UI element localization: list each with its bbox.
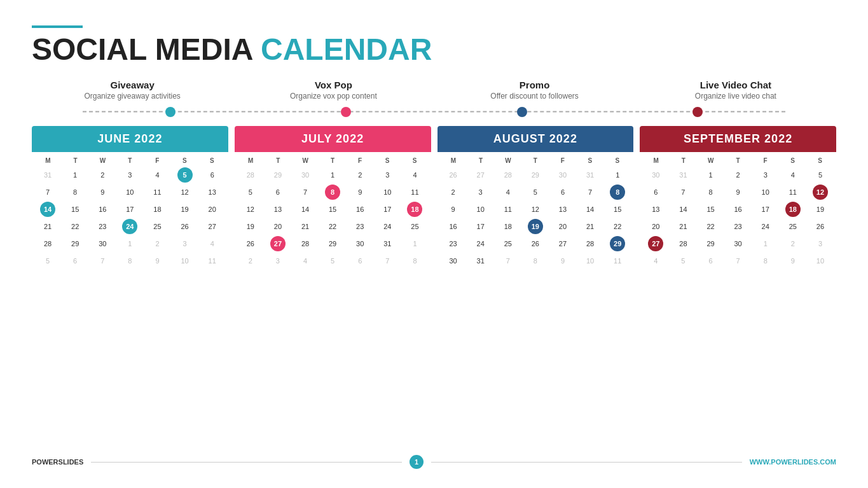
cal-weekday-label: F	[347, 156, 374, 165]
cal-day: 3	[478, 184, 484, 200]
cal-day: 31	[382, 235, 392, 252]
cal-day: 25	[410, 218, 420, 235]
day-wrapper: 29	[319, 235, 346, 252]
cal-day: 25	[788, 218, 798, 235]
day-wrapper: 20	[265, 218, 291, 235]
cal-day: 8	[707, 184, 713, 200]
cal-day: 2	[247, 253, 254, 269]
day-wrapper: 8	[522, 253, 549, 269]
day-wrapper: 30	[549, 167, 576, 183]
day-wrapper: 16	[347, 201, 373, 218]
cal-day: 27	[207, 218, 217, 235]
day-wrapper: 7	[34, 184, 61, 200]
cal-day: 2	[450, 184, 456, 200]
cal-days-september-2022: 3031123456789101112131415161718192021222…	[642, 167, 834, 269]
cal-weekday-label: T	[670, 156, 697, 165]
day-wrapper: 17	[752, 201, 779, 218]
day-wrapper: 7	[292, 184, 319, 200]
day-wrapper: 1	[319, 167, 346, 183]
cal-day: 23	[733, 218, 743, 235]
cal-day: 21	[43, 218, 53, 235]
footer: POWERSLIDES 1 WWW.POWERLIDES.COM	[32, 450, 836, 469]
day-wrapper: 28	[670, 235, 696, 252]
day-wrapper: 13	[549, 201, 576, 218]
timeline-dot-giveaway	[165, 107, 176, 117]
cal-day: 20	[651, 218, 661, 235]
cal-day: 22	[705, 218, 715, 235]
day-wrapper: 13	[199, 184, 226, 200]
cal-day: 12	[245, 201, 256, 218]
day-wrapper: 4	[495, 184, 521, 200]
day-wrapper: 7	[577, 184, 603, 200]
category-title-live-video: Live Video Chat	[635, 80, 836, 90]
day-wrapper: 24	[752, 218, 779, 235]
day-wrapper: 3	[374, 167, 401, 183]
cal-day: 28	[678, 235, 688, 252]
day-wrapper: 19	[237, 218, 264, 235]
day-wrapper: 12	[172, 184, 198, 200]
day-wrapper: 24	[374, 218, 401, 235]
day-wrapper: 3	[265, 253, 291, 269]
day-wrapper: 14	[670, 201, 696, 218]
cal-weekday-label: T	[265, 156, 292, 165]
cal-day: 27	[270, 236, 286, 251]
day-wrapper: 28	[237, 167, 264, 183]
day-wrapper: 1	[62, 167, 88, 183]
cal-weekday-label: T	[467, 156, 494, 165]
cal-day: 15	[612, 201, 623, 218]
day-wrapper: 19	[522, 218, 549, 235]
cal-day: 8	[610, 185, 625, 200]
cal-day: 17	[125, 201, 135, 218]
day-wrapper: 5	[807, 167, 834, 183]
cal-weekday-label: S	[171, 156, 198, 165]
day-wrapper: 31	[670, 167, 696, 183]
day-wrapper: 2	[89, 167, 116, 183]
day-wrapper: 1	[401, 235, 428, 252]
cal-day: 1	[707, 167, 713, 183]
cal-day: 7	[735, 253, 741, 269]
footer-line-right	[431, 462, 742, 463]
cal-weekday-label: S	[374, 156, 401, 165]
cal-day: 9	[735, 184, 741, 200]
cal-day: 4	[209, 235, 216, 252]
cal-weekday-label: F	[549, 156, 576, 165]
category-sub-live-video: Organize live video chat	[635, 92, 836, 101]
cal-weekday-label: S	[779, 156, 806, 165]
day-wrapper: 1	[116, 235, 143, 252]
day-wrapper: 11	[604, 253, 631, 269]
day-wrapper: 4	[199, 235, 226, 252]
day-wrapper: 7	[670, 184, 696, 200]
day-wrapper: 6	[642, 184, 669, 200]
cal-day: 12	[813, 185, 828, 200]
cal-day: 11	[152, 184, 162, 200]
day-wrapper: 8	[116, 253, 143, 269]
cal-day: 26	[179, 218, 189, 235]
cal-day: 28	[503, 167, 513, 183]
day-wrapper: 30	[725, 235, 752, 252]
cal-day: 23	[355, 218, 365, 235]
day-wrapper: 28	[495, 167, 521, 183]
day-wrapper: 13	[642, 201, 669, 218]
day-wrapper: 3	[467, 184, 494, 200]
day-wrapper: 9	[347, 184, 373, 200]
day-wrapper: 8	[752, 253, 779, 269]
cal-body-june-2022: MTWTFSS311234567891011121314151617181920…	[32, 152, 228, 441]
cal-day: 16	[97, 201, 107, 218]
day-wrapper: 2	[440, 184, 467, 200]
category-giveaway: Giveaway Organize giveaway activities	[32, 80, 233, 101]
cal-day: 25	[503, 235, 513, 252]
cal-day: 30	[355, 235, 365, 252]
day-wrapper: 2	[780, 235, 806, 252]
day-wrapper: 11	[401, 184, 428, 200]
day-wrapper: 6	[697, 253, 724, 269]
day-wrapper: 31	[374, 235, 401, 252]
cal-day: 26	[448, 167, 458, 183]
cal-day: 20	[273, 218, 283, 235]
day-wrapper: 27	[549, 235, 576, 252]
day-wrapper: 11	[144, 184, 170, 200]
day-wrapper: 6	[265, 184, 291, 200]
day-wrapper: 25	[401, 218, 428, 235]
title-highlight: CALENDAR	[261, 32, 432, 66]
cal-day: 22	[612, 218, 623, 235]
day-wrapper: 8	[604, 184, 631, 200]
